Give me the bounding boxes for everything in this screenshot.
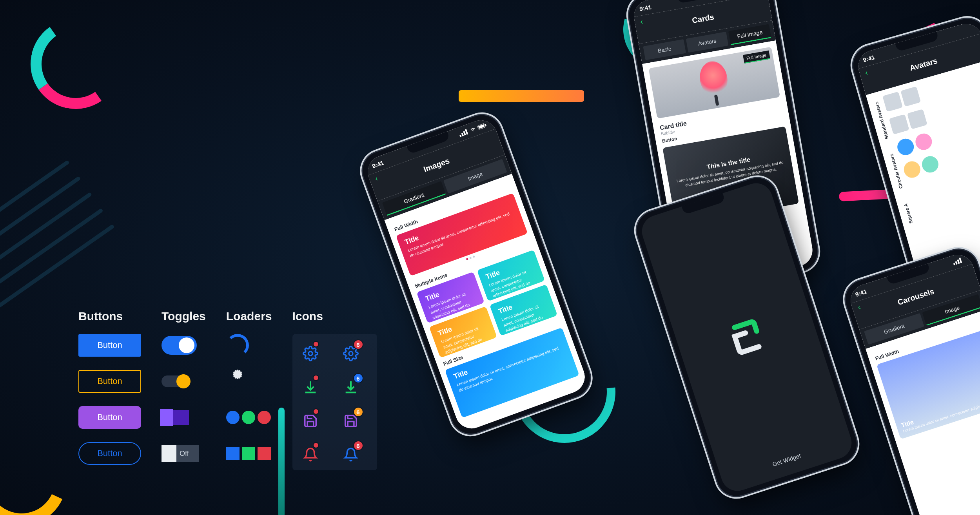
back-icon[interactable]: ‹ [857, 303, 862, 312]
toggle-square[interactable] [162, 410, 189, 425]
avatar [913, 132, 934, 152]
signal-icon [458, 129, 468, 137]
status-time: 9:41 [371, 159, 385, 169]
badge-count: 6 [353, 407, 363, 417]
toggle-ios-on[interactable] [162, 336, 197, 355]
status-time: 9:41 [862, 54, 876, 63]
badge-dot [313, 341, 319, 347]
badge-dot [313, 442, 319, 448]
icons-panel: 6 6 6 6 [292, 334, 377, 470]
screen-title: Images [422, 156, 451, 174]
phone-splash: Get Widget [632, 173, 862, 501]
card-chip: Full Image [743, 51, 770, 63]
avatar [920, 154, 940, 174]
gear-icon[interactable]: 6 [341, 343, 361, 364]
svg-point-0 [309, 352, 312, 355]
download-icon[interactable]: 6 [341, 377, 361, 397]
button-outline-yellow[interactable]: Button [78, 370, 141, 393]
buttons-column: Buttons Button Button Button Button [78, 310, 141, 478]
status-time: 9:41 [639, 4, 652, 12]
bg-ring [0, 423, 79, 515]
loader-squares [226, 447, 271, 460]
status-time: 9:41 [854, 288, 867, 297]
badge-dot [313, 375, 319, 381]
image-carousel-card[interactable]: Title Lorem ipsum dolor sit amet, consec… [877, 328, 980, 439]
avatar [907, 109, 927, 129]
loaders-column: Loaders [226, 310, 272, 478]
download-icon[interactable] [300, 377, 321, 397]
splash-label: Get Widget [772, 452, 802, 468]
svg-point-1 [349, 352, 353, 355]
app-logo [717, 307, 776, 366]
avatar [895, 137, 916, 157]
bell-icon[interactable] [300, 444, 321, 465]
badge-count: 6 [353, 373, 363, 383]
button-solid-blue[interactable]: Button [78, 334, 141, 357]
phone-images: 9:41 ‹Images Gradient Image Full Width T… [357, 110, 595, 439]
save-icon[interactable] [300, 411, 321, 431]
buttons-heading: Buttons [78, 310, 141, 323]
screen-title: Cards [691, 12, 715, 25]
bell-icon[interactable]: 6 [341, 444, 361, 465]
gear-icon[interactable] [300, 343, 321, 364]
back-icon[interactable]: ‹ [864, 68, 869, 78]
back-icon[interactable]: ‹ [374, 174, 379, 183]
avatar [902, 160, 922, 180]
icons-heading: Icons [292, 310, 377, 323]
save-icon[interactable]: 6 [341, 411, 361, 431]
bg-bar [459, 90, 584, 102]
figure-graphic [714, 94, 719, 106]
toggle-label-off[interactable]: Off [162, 445, 199, 462]
section-label: Square A [903, 203, 914, 224]
loaders-heading: Loaders [226, 310, 272, 323]
screen-title: Carousels [897, 287, 935, 307]
splash-screen: Get Widget [638, 179, 856, 495]
button-outline-blue[interactable]: Button [78, 442, 141, 465]
loader-dots [226, 411, 271, 424]
signal-icon [952, 258, 962, 265]
bg-ring [24, 12, 128, 116]
toggles-heading: Toggles [162, 310, 206, 323]
loader-spinner-spokes [226, 370, 249, 393]
avatar [889, 114, 909, 134]
bg-stripes [0, 160, 124, 330]
avatar [900, 86, 921, 107]
loader-spinner-ring [226, 334, 249, 357]
button-solid-purple[interactable]: Button [78, 406, 141, 429]
smoke-graphic [697, 59, 730, 99]
badge-count: 6 [353, 441, 363, 451]
screen-title: Avatars [909, 56, 938, 73]
badge-dot [313, 408, 319, 415]
toggle-pill-on[interactable] [162, 375, 189, 387]
avatar [882, 92, 903, 112]
showcase: Buttons Button Button Button Button Togg… [78, 310, 377, 478]
phone-carousel: 9:41 ‹Carousels Gradient Image Full Widt… [840, 245, 980, 515]
toggles-column: Toggles Off [162, 310, 206, 478]
icons-column: Icons 6 6 6 [292, 310, 377, 478]
badge-count: 6 [353, 339, 363, 350]
svg-rect-3 [478, 124, 485, 129]
wifi-icon [468, 126, 477, 133]
back-icon[interactable]: ‹ [639, 17, 644, 26]
battery-icon [477, 122, 487, 130]
toggle-off-label: Off [180, 450, 189, 458]
